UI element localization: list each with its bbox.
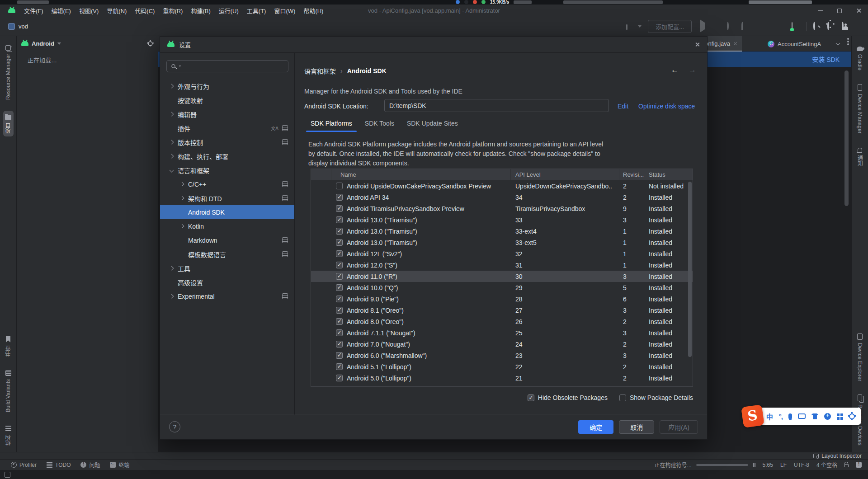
- menu-item[interactable]: 视图(V): [75, 5, 103, 17]
- install-sdk-link[interactable]: 安装 SDK: [812, 55, 840, 64]
- tool-window-button[interactable]: TODO: [47, 462, 71, 468]
- table-row[interactable]: Android 5.1 ("Lollipop") 22 2 Installed: [311, 361, 693, 372]
- package-checkbox[interactable]: [336, 329, 343, 336]
- table-header[interactable]: Name API Level Revisi... Status: [311, 169, 693, 180]
- table-row[interactable]: Android 13.0 ("Tiramisu") 33 3 Installed: [311, 214, 693, 225]
- dialog-title-bar[interactable]: 设置: [160, 37, 707, 53]
- sdk-tab[interactable]: SDK Platforms: [304, 116, 359, 132]
- editor-tab[interactable]: AccountSettingA: [763, 36, 826, 52]
- package-checkbox[interactable]: [336, 318, 343, 325]
- table-row[interactable]: Android 13.0 ("Tiramisu") 33-ext4 1 Inst…: [311, 225, 693, 237]
- close-button[interactable]: [849, 5, 868, 17]
- tool-window-button[interactable]: Device Explorer: [855, 331, 864, 384]
- chevron-right-icon[interactable]: [179, 196, 184, 201]
- table-row[interactable]: Android 9.0 ("Pie") 28 6 Installed: [311, 293, 693, 305]
- chevron-down-icon[interactable]: [169, 168, 174, 173]
- skin-icon[interactable]: [811, 413, 818, 419]
- settings-tree-item[interactable]: Markdown: [160, 233, 294, 247]
- table-row[interactable]: Android 11.0 ("R") 30 3 Installed: [311, 271, 693, 282]
- emoji-icon[interactable]: [824, 413, 831, 420]
- show-details-checkbox[interactable]: [619, 394, 626, 401]
- run-config-selector[interactable]: 添加配置...: [648, 20, 692, 33]
- table-row[interactable]: Android 7.1.1 ("Nougat") 25 3 Installed: [311, 327, 693, 338]
- table-row[interactable]: Android 12.0 ("S") 31 1 Installed: [311, 259, 693, 271]
- caret-position[interactable]: 5:65: [763, 462, 773, 468]
- chevron-right-icon[interactable]: [169, 154, 174, 159]
- menu-item[interactable]: 代码(C): [131, 5, 159, 17]
- settings-tree-item[interactable]: C/C++: [160, 177, 294, 191]
- build-dropdown-icon[interactable]: [638, 25, 642, 28]
- project-view-selector[interactable]: Android: [32, 40, 54, 47]
- menu-item[interactable]: 运行(U): [215, 5, 243, 17]
- table-row[interactable]: Android 5.0 ("Lollipop") 21 2 Installed: [311, 372, 693, 384]
- sdk-location-input[interactable]: [384, 99, 609, 112]
- package-checkbox[interactable]: [336, 352, 343, 359]
- tray-browser-icon[interactable]: [456, 0, 460, 4]
- chevron-right-icon[interactable]: [169, 112, 174, 117]
- revision-column-header[interactable]: Revisi...: [619, 169, 644, 180]
- debug-button[interactable]: [712, 23, 721, 31]
- search-options-icon[interactable]: [179, 66, 181, 67]
- settings-tree-item[interactable]: 工具: [160, 261, 294, 275]
- settings-tree-item[interactable]: 架构和 DTD: [160, 191, 294, 205]
- package-checkbox[interactable]: [336, 194, 343, 201]
- tool-window-button[interactable]: 项目: [3, 111, 14, 136]
- settings-search-box[interactable]: [166, 60, 288, 72]
- settings-tree-item[interactable]: 语言和框架: [160, 163, 294, 177]
- settings-tree-item[interactable]: 外观与行为: [160, 79, 294, 93]
- search-everywhere-button[interactable]: [813, 23, 821, 31]
- chevron-right-icon[interactable]: [169, 266, 174, 271]
- layout-inspector-button[interactable]: Layout Inspector: [821, 453, 862, 459]
- table-row[interactable]: Android API 34 34 2 Installed: [311, 192, 693, 203]
- chevron-down-icon[interactable]: [57, 42, 61, 45]
- package-checkbox[interactable]: [336, 307, 343, 314]
- hide-obsolete-checkbox[interactable]: [528, 394, 534, 401]
- menu-item[interactable]: 工具(T): [243, 5, 270, 17]
- package-checkbox[interactable]: [336, 239, 343, 246]
- table-row[interactable]: Android 8.0 ("Oreo") 26 2 Installed: [311, 316, 693, 327]
- hide-obsolete-packages-option[interactable]: Hide Obsolete Packages: [528, 394, 608, 401]
- settings-tree-item[interactable]: 模板数据语言: [160, 247, 294, 261]
- settings-search-input[interactable]: [184, 63, 274, 70]
- package-checkbox[interactable]: [336, 205, 343, 212]
- table-row[interactable]: Android 7.0 ("Nougat") 24 2 Installed: [311, 338, 693, 350]
- panel-gear-icon[interactable]: [148, 41, 152, 46]
- api-level-column-header[interactable]: API Level: [511, 169, 619, 180]
- tray-app-icon[interactable]: [464, 0, 468, 4]
- pause-icon[interactable]: [753, 463, 755, 467]
- tool-window-button[interactable]: Device Manager: [855, 81, 864, 136]
- minimize-button[interactable]: [811, 5, 830, 17]
- chevron-right-icon[interactable]: [179, 224, 184, 229]
- run-button[interactable]: [698, 23, 706, 31]
- settings-button[interactable]: [827, 23, 835, 31]
- stop-button[interactable]: [770, 23, 778, 31]
- profile-button[interactable]: [842, 23, 850, 31]
- menu-item[interactable]: 编辑(E): [47, 5, 75, 17]
- settings-tree-item[interactable]: 构建、执行、部署: [160, 149, 294, 163]
- settings-tree-item[interactable]: Kotlin: [160, 219, 294, 233]
- lock-icon[interactable]: [844, 464, 849, 467]
- table-row[interactable]: Android 12L ("Sv2") 32 1 Installed: [311, 248, 693, 259]
- settings-tree-item[interactable]: 编辑器: [160, 107, 294, 121]
- package-checkbox[interactable]: [336, 250, 343, 257]
- build-button[interactable]: [623, 23, 632, 31]
- table-row[interactable]: Android 10.0 ("Q") 29 5 Installed: [311, 282, 693, 293]
- attach-debugger-button[interactable]: [756, 23, 764, 31]
- package-checkbox[interactable]: [336, 341, 343, 348]
- tool-window-button[interactable]: Gradle: [855, 42, 864, 73]
- ok-button[interactable]: 确定: [578, 420, 613, 434]
- menu-item[interactable]: 文件(F): [20, 5, 47, 17]
- package-checkbox[interactable]: [336, 296, 343, 302]
- package-checkbox[interactable]: [336, 363, 343, 370]
- table-row[interactable]: Android UpsideDownCakePrivacySandbox Pre…: [311, 180, 693, 192]
- file-encoding[interactable]: UTF-8: [794, 462, 809, 468]
- package-checkbox[interactable]: [336, 262, 343, 268]
- tool-window-button[interactable]: 书签: [3, 333, 14, 359]
- table-row[interactable]: Android 13.0 ("Tiramisu") 33-ext5 1 Inst…: [311, 237, 693, 248]
- chevron-right-icon[interactable]: [169, 294, 174, 299]
- menu-item[interactable]: 重构(R): [159, 5, 187, 17]
- help-button[interactable]: [169, 421, 180, 432]
- sdk-tab[interactable]: SDK Tools: [359, 116, 401, 132]
- show-package-details-option[interactable]: Show Package Details: [619, 394, 693, 401]
- tray-green-icon[interactable]: [481, 0, 486, 4]
